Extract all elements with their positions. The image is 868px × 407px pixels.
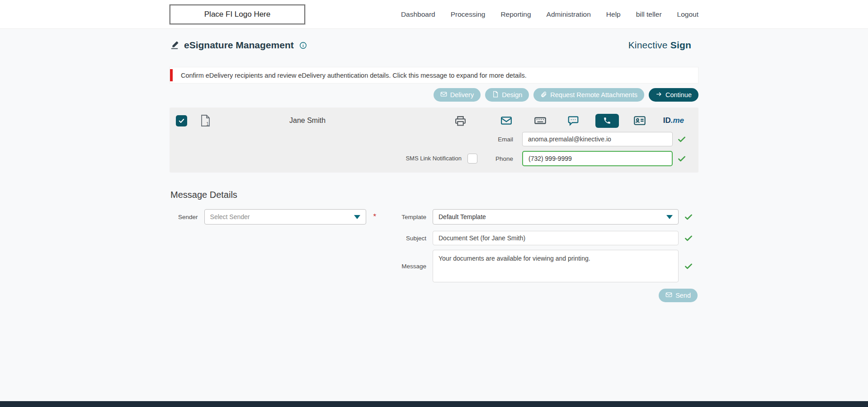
- email-auth-icon[interactable]: [500, 115, 512, 126]
- design-button[interactable]: Design: [485, 88, 529, 102]
- email-row: Email: [176, 132, 690, 146]
- top-header: Place FI Logo Here Dashboard Processing …: [0, 0, 868, 29]
- edelivery-alert-banner[interactable]: Confirm eDelivery recipients and review …: [170, 67, 698, 84]
- idme-id-text: ID: [663, 116, 671, 125]
- nav-dashboard[interactable]: Dashboard: [401, 10, 435, 19]
- print-icon[interactable]: [455, 115, 466, 126]
- footer-bar: [0, 401, 868, 407]
- envelope-icon: [665, 291, 672, 299]
- message-label: Message: [386, 263, 426, 270]
- recipient-row: 1 Jane Smith: [176, 112, 690, 129]
- passcode-keypad-icon[interactable]: [534, 114, 547, 127]
- sms-chat-icon[interactable]: [567, 115, 579, 126]
- sender-select-value: Select Sender: [210, 213, 349, 220]
- message-row: Message Your documents are available for…: [170, 250, 698, 282]
- main-area: eSignature Management Kinective Sign Con…: [0, 29, 868, 401]
- signature-pen-icon: [170, 40, 179, 50]
- alert-text: Confirm eDelivery recipients and review …: [181, 72, 527, 79]
- sender-label: Sender: [178, 214, 198, 220]
- message-textarea[interactable]: Your documents are available for viewing…: [433, 250, 679, 282]
- idme-me-text: .me: [671, 116, 684, 125]
- phone-valid-check: [673, 154, 690, 163]
- subject-input[interactable]: [433, 231, 679, 245]
- title-row: eSignature Management Kinective Sign: [170, 40, 698, 51]
- template-valid-check: [679, 212, 698, 221]
- sms-link-checkbox[interactable]: [467, 154, 477, 164]
- request-remote-attachments-label: Request Remote Attachments: [550, 91, 637, 98]
- sender-select[interactable]: Select Sender: [204, 209, 366, 225]
- nav-username[interactable]: bill teller: [636, 10, 662, 19]
- send-row: Send: [170, 289, 698, 302]
- fi-logo-placeholder: Place FI Logo Here: [170, 5, 305, 24]
- template-group: Template Default Template: [386, 209, 698, 225]
- phone-row: SMS Link Notification Phone: [176, 151, 690, 166]
- email-label: Email: [498, 136, 513, 143]
- brand-name: Kinective: [628, 40, 668, 50]
- chevron-down-icon: [354, 215, 360, 219]
- delivery-button-label: Delivery: [450, 91, 474, 98]
- message-valid-check: [679, 262, 698, 271]
- fi-logo-text: Place FI Logo Here: [204, 10, 270, 19]
- document-count: 1: [206, 121, 209, 126]
- envelope-icon: [440, 91, 447, 99]
- nav-logout[interactable]: Logout: [677, 10, 698, 19]
- delivery-button[interactable]: Delivery: [434, 88, 481, 102]
- nav-reporting[interactable]: Reporting: [500, 10, 531, 19]
- document-count-icon[interactable]: 1: [200, 114, 211, 127]
- nav-processing[interactable]: Processing: [451, 10, 486, 19]
- email-input[interactable]: [522, 132, 673, 146]
- phone-label: Phone: [495, 155, 513, 162]
- send-button-label: Send: [675, 292, 691, 299]
- info-icon[interactable]: [299, 42, 307, 49]
- nav-administration[interactable]: Administration: [547, 10, 591, 19]
- message-details-heading: Message Details: [170, 190, 698, 200]
- recipient-icons: ID.me: [455, 114, 690, 128]
- template-select[interactable]: Default Template: [433, 209, 679, 225]
- continue-button[interactable]: Continue: [649, 88, 698, 102]
- email-valid-check: [673, 135, 690, 144]
- brand-product: Sign: [670, 40, 691, 50]
- template-select-value: Default Template: [439, 213, 662, 220]
- phone-auth-icon-selected[interactable]: [595, 114, 619, 128]
- contact-card-icon[interactable]: [633, 114, 646, 127]
- recipient-checkbox-checked[interactable]: [176, 115, 187, 126]
- template-label: Template: [386, 214, 426, 220]
- chevron-down-icon: [666, 215, 673, 219]
- send-button[interactable]: Send: [659, 289, 698, 302]
- arrow-right-icon: [656, 91, 662, 99]
- paperclip-icon: [540, 91, 547, 99]
- nav-help[interactable]: Help: [606, 10, 621, 19]
- main-nav: Dashboard Processing Reporting Administr…: [401, 10, 698, 19]
- subject-valid-check: [679, 234, 698, 243]
- sms-link-notification-label: SMS Link Notification: [406, 155, 462, 163]
- page: Place FI Logo Here Dashboard Processing …: [0, 0, 868, 407]
- kinective-sign-logo: Kinective Sign: [628, 40, 691, 51]
- phone-input[interactable]: [522, 151, 673, 166]
- page-title: eSignature Management: [184, 40, 294, 51]
- design-button-label: Design: [502, 91, 522, 98]
- request-remote-attachments-button[interactable]: Request Remote Attachments: [533, 88, 644, 102]
- idme-icon[interactable]: ID.me: [663, 116, 684, 125]
- document-icon: [492, 91, 499, 99]
- subject-label: Subject: [386, 235, 426, 242]
- subject-row: Subject: [170, 231, 698, 245]
- recipient-name: Jane Smith: [289, 117, 326, 125]
- action-toolbar: Delivery Design Request Remote Attachmen…: [170, 88, 698, 102]
- sender-template-row: Sender Select Sender * Template Default …: [170, 209, 698, 225]
- recipient-panel: 1 Jane Smith: [170, 108, 698, 173]
- continue-button-label: Continue: [665, 91, 692, 98]
